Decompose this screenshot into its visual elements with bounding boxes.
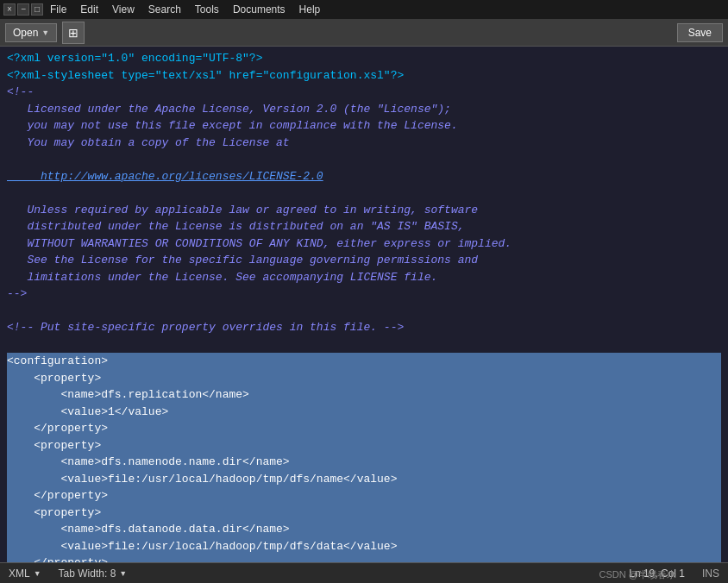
code-line: <name>dfs.replication</name>: [7, 386, 721, 404]
status-bar: XML ▼ Tab Width: 8 ▼ CSDN @半缕春水 Ln 19, C…: [0, 562, 728, 583]
icon-button[interactable]: ⊞: [62, 22, 85, 44]
menu-bar: File Edit View Search Tools Documents He…: [48, 3, 322, 16]
code-line: <?xml version="1.0" encoding="UTF-8"?>: [7, 50, 721, 67]
code-line: http://www.apache.org/licenses/LICENSE-2…: [7, 168, 721, 185]
code-line: [7, 303, 721, 320]
code-line: limitations under the License. See accom…: [7, 269, 721, 286]
code-line: <value>1</value>: [7, 404, 721, 421]
code-line: [7, 151, 721, 168]
save-button[interactable]: Save: [677, 23, 723, 42]
code-line: You may obtain a copy of the License at: [7, 135, 721, 152]
minimize-button[interactable]: −: [17, 3, 29, 16]
code-line: distributed under the License is distrib…: [7, 218, 721, 235]
code-line: <value>file:/usr/local/hadoop/tmp/dfs/na…: [7, 471, 721, 488]
code-line: Licensed under the Apache License, Versi…: [7, 101, 721, 118]
menu-edit[interactable]: Edit: [78, 3, 100, 16]
format-arrow: ▼: [34, 569, 41, 578]
format-selector[interactable]: XML ▼: [9, 567, 41, 580]
code-line: <?xml-stylesheet type="text/xsl" href="c…: [7, 67, 721, 85]
code-line: WITHOUT WARRANTIES OR CONDITIONS OF ANY …: [7, 235, 721, 253]
menu-search[interactable]: Search: [147, 3, 183, 16]
code-line: <configuration>: [7, 353, 721, 370]
code-line: <!--: [7, 84, 721, 101]
watermark: CSDN @半缕春水: [599, 568, 676, 581]
code-container: <?xml version="1.0" encoding="UTF-8"?><?…: [7, 50, 721, 562]
tab-arrow: ▼: [119, 569, 127, 578]
code-line: <value>file:/usr/local/hadoop/tmp/dfs/da…: [7, 538, 721, 555]
tab-width-selector[interactable]: Tab Width: 8 ▼: [59, 567, 128, 580]
icon-symbol: ⊞: [68, 26, 78, 40]
code-line: </property>: [7, 420, 721, 437]
code-line: [7, 185, 721, 202]
code-line: Unless required by applicable law or agr…: [7, 202, 721, 219]
close-button[interactable]: ×: [3, 3, 16, 16]
code-line: See the License for the specific languag…: [7, 252, 721, 269]
format-label: XML: [9, 567, 30, 580]
maximize-button[interactable]: □: [31, 3, 43, 16]
code-line: <!-- Put site-specific property override…: [7, 319, 721, 336]
open-dropdown-arrow: ▼: [41, 28, 49, 37]
menu-view[interactable]: View: [110, 3, 136, 16]
toolbar: Open ▼ ⊞ Save: [0, 19, 728, 47]
code-line: <name>dfs.namenode.name.dir</name>: [7, 454, 721, 471]
code-line: </property>: [7, 555, 721, 562]
open-label: Open: [13, 27, 38, 39]
code-line: <property>: [7, 437, 721, 454]
code-line: <property>: [7, 505, 721, 522]
insert-mode: INS: [702, 567, 719, 580]
code-line: you may not use this file except in comp…: [7, 117, 721, 135]
tab-width-label: Tab Width: 8: [59, 567, 116, 580]
window-controls[interactable]: × − □: [3, 3, 43, 16]
code-line: </property>: [7, 487, 721, 505]
editor-area[interactable]: <?xml version="1.0" encoding="UTF-8"?><?…: [0, 47, 728, 562]
menu-documents[interactable]: Documents: [231, 3, 287, 16]
code-line: <name>dfs.datanode.data.dir</name>: [7, 521, 721, 538]
menu-file[interactable]: File: [48, 3, 68, 16]
code-line: -->: [7, 285, 721, 303]
menu-help[interactable]: Help: [298, 3, 323, 16]
code-line: <property>: [7, 370, 721, 387]
code-line: [7, 336, 721, 354]
title-bar: × − □ File Edit View Search Tools Docume…: [0, 0, 728, 19]
menu-tools[interactable]: Tools: [193, 3, 221, 16]
open-button[interactable]: Open ▼: [5, 23, 57, 42]
